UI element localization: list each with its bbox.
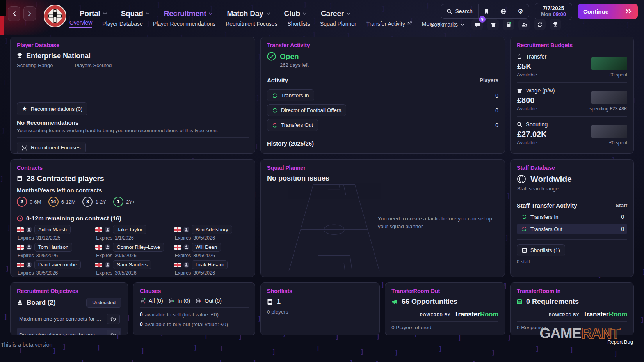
wage-budget-amount: £800 xyxy=(517,96,555,105)
transfers-in-button[interactable]: Transfers In xyxy=(267,89,314,101)
requirements-link[interactable]: 0 Requirements xyxy=(517,298,627,306)
clauses-filter-out[interactable]: Out (0) xyxy=(196,298,222,304)
nav-portal[interactable]: Portal xyxy=(80,9,107,18)
inbox-button[interactable]: 9 xyxy=(471,19,483,30)
transfer-spent-caption: £0 spent xyxy=(609,72,627,78)
card-recruitment-budgets: Recruitment Budgets Transfer £5K Availab… xyxy=(510,37,634,154)
clauses-filter-in[interactable]: In (0) xyxy=(169,298,190,304)
player-name[interactable]: Jake Taylor xyxy=(113,225,146,234)
player-item: Will Dean Expires30/5/2026 xyxy=(174,243,249,258)
divider xyxy=(517,116,627,117)
history-transfers-in-button[interactable]: £0 Transfers In xyxy=(267,153,315,154)
shirt-icon xyxy=(490,22,496,27)
player-name[interactable]: Aiden Marsh xyxy=(34,225,71,234)
player-avatar-icon xyxy=(26,244,32,250)
settings-button[interactable]: ⚙ xyxy=(512,4,529,18)
world-button[interactable] xyxy=(495,4,512,18)
chevron-right-icon xyxy=(28,11,32,16)
squad-shirt-button[interactable] xyxy=(487,19,499,30)
game-date[interactable]: 7/7/2025 Mon09:00 xyxy=(535,3,572,20)
badge-2y-plus[interactable]: 12Y+ xyxy=(113,197,135,207)
tab-transfer-activity[interactable]: Transfer Activity xyxy=(366,21,412,27)
player-item: Tom Harrison Expires30/5/2026 xyxy=(17,243,91,258)
day-value: Mon xyxy=(541,11,551,17)
sync-button[interactable] xyxy=(534,19,546,30)
continue-button[interactable]: Continue xyxy=(578,4,638,19)
transfers-out-button[interactable]: Transfers Out xyxy=(267,119,318,131)
pitch-graphic xyxy=(283,181,385,272)
staff-search-range[interactable]: Worldwide xyxy=(517,174,627,184)
player-name[interactable]: Will Dean xyxy=(192,243,221,252)
player-avatar-icon xyxy=(105,244,110,250)
shortlists-count-link[interactable]: 1 xyxy=(267,298,373,306)
recruitment-focuses-button[interactable]: Recruitment Focuses xyxy=(17,142,86,154)
scouting-range-label: Scouting Range xyxy=(17,62,53,68)
buyout-clauses-summary: 0available to buy out (total value: £0) xyxy=(140,321,249,327)
forward-button[interactable] xyxy=(23,6,36,21)
transfer-icon xyxy=(517,54,522,59)
remaining-section-title: 0-12m remaining on contract (16) xyxy=(26,215,121,222)
search-label: Search xyxy=(455,8,472,14)
player-name[interactable]: Lirak Hasani xyxy=(192,260,228,269)
clauses-filter-all[interactable]: All (0) xyxy=(140,298,163,304)
scouting-budget-amount: £27.02K xyxy=(517,130,548,139)
nav-club[interactable]: Club xyxy=(284,9,307,18)
player-name[interactable]: Tom Harrison xyxy=(34,243,72,252)
budget-wage: Wage (p/w) £800 Available spending £23.4… xyxy=(517,86,627,115)
back-button[interactable] xyxy=(8,6,20,21)
divider xyxy=(517,321,627,322)
profile-card-button[interactable] xyxy=(503,19,514,30)
scouting-search-button[interactable] xyxy=(518,19,530,30)
expiry-date: 30/5/2026 xyxy=(193,253,215,258)
player-name[interactable]: Ben Adelsbury xyxy=(192,225,232,234)
corner-decoration xyxy=(0,0,6,16)
player-name[interactable]: Dan Lavercombe xyxy=(34,260,81,269)
objective-row[interactable]: Do not sign players over the age of 30 xyxy=(17,328,121,335)
contracted-players-link[interactable]: 28 Contracted players xyxy=(17,174,249,183)
board-icon xyxy=(17,300,23,305)
history-header: History (2025/26) xyxy=(267,140,314,147)
history-transfers-out-button[interactable]: £0 Transfers Out xyxy=(318,153,370,154)
coins-in-icon xyxy=(169,298,175,304)
id-card-icon xyxy=(506,22,511,27)
nav-match-day[interactable]: Match Day xyxy=(227,9,270,18)
player-avatar-icon xyxy=(183,262,189,268)
tab-squad-planner[interactable]: Squad Planner xyxy=(320,21,356,27)
tab-player-recommendations[interactable]: Player Recommendations xyxy=(153,21,215,27)
tab-recruitment-focuses[interactable]: Recruitment Focuses xyxy=(226,21,277,27)
tab-player-database[interactable]: Player Database xyxy=(102,21,143,27)
objective-history-button[interactable] xyxy=(107,314,120,324)
staff-shortlists-button[interactable]: Shortlists (1) xyxy=(517,244,565,256)
objective-row[interactable]: Maximum one-year contracts for playe... xyxy=(17,312,121,326)
nav-squad[interactable]: Squad xyxy=(121,9,150,18)
badge-1-2y[interactable]: 81-2Y xyxy=(82,197,106,207)
nav-recruitment[interactable]: Recruitment xyxy=(164,9,213,18)
tab-overview[interactable]: Overview xyxy=(69,20,92,28)
chevron-down-icon xyxy=(266,12,270,15)
tab-shortlists[interactable]: Shortlists xyxy=(287,21,310,27)
board-objectives-link[interactable]: Board (2) xyxy=(17,299,56,307)
badge-6-12m[interactable]: 146-12M xyxy=(48,197,76,207)
objective-history-button[interactable] xyxy=(107,330,120,335)
globe-icon xyxy=(517,174,526,184)
competitions-button[interactable] xyxy=(550,19,561,30)
player-avatar-icon xyxy=(183,227,189,232)
badge-0-6m[interactable]: 20-6M xyxy=(17,197,41,207)
player-name[interactable]: Sam Sanders xyxy=(113,260,151,269)
club-crest[interactable] xyxy=(44,5,66,27)
staff-transfers-out-row[interactable]: Transfers Out 0 xyxy=(517,224,627,234)
refresh-icon xyxy=(537,22,543,27)
undecided-badge[interactable]: Undecided xyxy=(86,298,121,308)
divider xyxy=(391,321,498,322)
staff-transfers-in-row[interactable]: Transfers In 0 xyxy=(517,211,627,222)
focus-icon xyxy=(22,145,27,151)
search-button[interactable]: Search xyxy=(441,4,478,18)
recommendations-button[interactable]: ★ Recommendations (0) xyxy=(17,102,87,115)
staff-transfers-in-count: 0 xyxy=(621,214,624,220)
player-name[interactable]: Connor Riley-Lowe xyxy=(113,243,164,252)
nav-career[interactable]: Career xyxy=(321,9,350,18)
dof-offers-button[interactable]: Director of Football Offers xyxy=(267,104,346,116)
bookmarks-dropdown[interactable]: Bookmarks xyxy=(431,21,464,28)
opportunities-link[interactable]: 66 Opportunities xyxy=(391,298,498,306)
competition-link[interactable]: Enterprise National xyxy=(17,52,249,60)
